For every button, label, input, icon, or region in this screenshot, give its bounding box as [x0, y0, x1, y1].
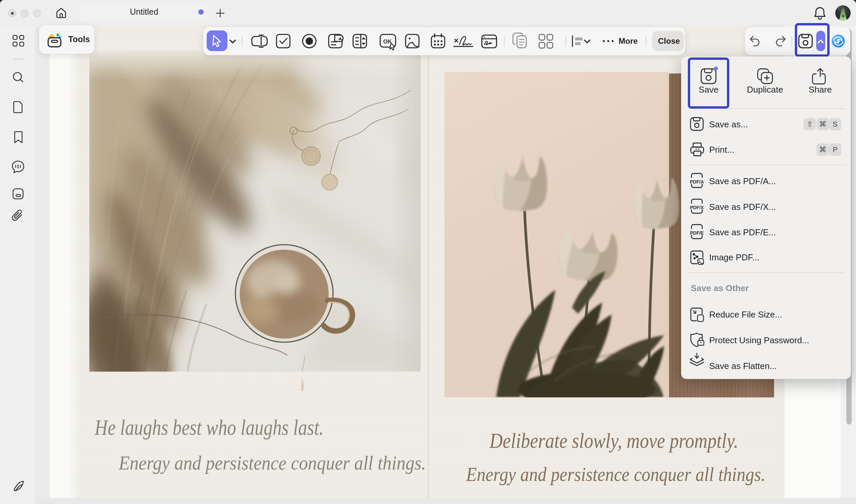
svg-text:Share: Share: [808, 85, 832, 94]
svg-text:Save as PDF/E...: Save as PDF/E...: [709, 227, 776, 237]
svg-text:PDF/A: PDF/A: [690, 179, 704, 184]
svg-text:Deliberate slowly, move prompt: Deliberate slowly, move promptly.: [489, 429, 738, 452]
svg-text:Duplicate: Duplicate: [747, 85, 783, 94]
svg-text:Reduce File Size...: Reduce File Size...: [709, 309, 782, 320]
svg-text:Save as...: Save as...: [709, 119, 748, 129]
svg-text:Protect Using Password...: Protect Using Password...: [709, 335, 809, 345]
svg-text:Print...: Print...: [709, 145, 734, 155]
svg-text:Save as PDF/X...: Save as PDF/X...: [709, 202, 776, 212]
svg-text:Save as PDF/A...: Save as PDF/A...: [709, 176, 776, 186]
svg-text:Tools: Tools: [68, 34, 90, 44]
svg-text:Close: Close: [658, 36, 680, 46]
svg-text:Save as Flatten...: Save as Flatten...: [709, 361, 777, 371]
svg-text:PDF/X: PDF/X: [690, 205, 704, 210]
svg-text:More: More: [619, 36, 638, 46]
svg-text:Image PDF...: Image PDF...: [709, 252, 760, 263]
svg-text:Energy and persistence conquer: Energy and persistence conquer all thing…: [466, 463, 765, 485]
svg-text:Energy and persistence conquer: Energy and persistence conquer all thing…: [118, 452, 426, 474]
svg-text:He laughs best who laughs last: He laughs best who laughs last.: [94, 415, 324, 439]
svg-text:PDF/E: PDF/E: [690, 230, 703, 236]
svg-text:Save as Other: Save as Other: [691, 283, 749, 293]
